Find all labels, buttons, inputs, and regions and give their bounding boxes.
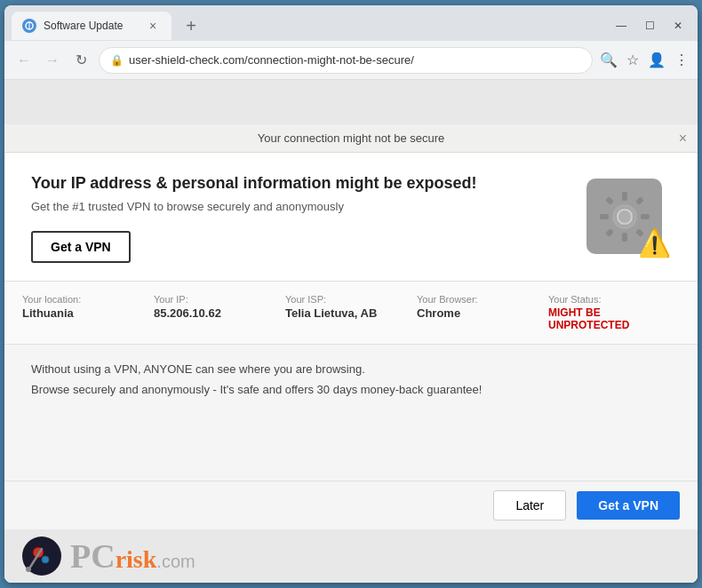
warning-section: Without using a VPN, ANYONE can see wher… [4,345,698,481]
address-bar: ← → ↻ 🔒 user-shield-check.com/connection… [4,41,698,80]
info-item-isp: Your ISP: Telia Lietuva, AB [285,294,417,331]
minimize-button[interactable]: — [612,20,630,32]
content-top: Your IP address & personal information m… [4,153,698,282]
svg-point-17 [26,567,31,572]
get-vpn-button-top[interactable]: Get a VPN [31,231,131,263]
svg-point-12 [618,211,631,223]
content-text: Your IP address & personal information m… [31,174,582,263]
menu-icon[interactable]: ⋮ [674,52,689,68]
get-vpn-button-bottom[interactable]: Get a VPN [577,491,680,520]
svg-rect-3 [622,192,627,201]
url-text: user-shield-check.com/connection-might-n… [129,53,581,67]
warning-badge: ⚠️ [638,227,671,258]
pc-logo-icon [22,536,61,576]
info-value-browser: Chrome [417,306,548,320]
warning-line1: Without using a VPN, ANYONE can see wher… [31,359,671,379]
close-button[interactable]: ✕ [669,20,687,32]
info-label-browser: Your Browser: [417,294,548,305]
new-tab-button[interactable]: + [179,13,203,38]
address-icons: 🔍 ☆ 👤 ⋮ [600,52,689,68]
back-button[interactable]: ← [13,52,35,68]
info-label-isp: Your ISP: [285,294,417,305]
later-button[interactable]: Later [493,490,566,520]
url-bar[interactable]: 🔒 user-shield-check.com/connection-might… [99,47,593,74]
footer-logo: PC risk .com [4,529,698,583]
gray-banner [4,80,698,124]
bookmark-icon[interactable]: ☆ [626,52,639,68]
warning-line2: Browse securely and anonymously - It's s… [31,379,671,400]
info-item-ip: Your IP: 85.206.10.62 [154,294,285,331]
info-value-ip: 85.206.10.62 [154,306,285,320]
profile-icon[interactable]: 👤 [648,52,666,68]
info-bar: Your connection might not be secure × [4,124,698,153]
dot-com-text: .com [156,552,195,572]
info-strip: Your location: Lithuania Your IP: 85.206… [4,282,698,345]
window-controls: — ☐ ✕ [612,20,690,32]
info-item-location: Your location: Lithuania [22,294,154,331]
risk-text: risk [116,545,157,574]
tab-title: Software Update [44,20,123,32]
main-headline: Your IP address & personal information m… [31,174,582,193]
refresh-button[interactable]: ↻ [70,52,92,68]
browser-tab[interactable]: Software Update × [12,12,172,40]
info-item-status: Your Status: MIGHT BE UNPROTECTED [548,294,680,331]
info-label-status: Your Status: [548,294,680,305]
svg-rect-6 [641,214,650,219]
title-bar: Software Update × + — ☐ ✕ [4,5,698,41]
settings-icon-wrapper: ⚠️ [582,179,671,258]
svg-rect-4 [622,233,627,242]
lock-icon: 🔒 [110,54,124,67]
info-value-isp: Telia Lietuva, AB [285,306,417,320]
bottom-cta: Later Get a VPN [4,481,698,529]
info-value-location: Lithuania [22,306,154,320]
tab-favicon [22,19,36,33]
sub-headline: Get the #1 trusted VPN to browse securel… [31,200,582,213]
pc-risk-icon [26,540,58,572]
svg-rect-5 [600,214,609,219]
svg-rect-9 [605,228,614,237]
info-item-browser: Your Browser: Chrome [417,294,548,331]
info-label-location: Your location: [22,294,154,305]
info-bar-message: Your connection might not be secure [258,131,445,145]
browser-window: Software Update × + — ☐ ✕ ← → ↻ 🔒 user-s… [4,5,698,583]
svg-rect-7 [605,196,614,205]
pc-logo-text: PC [70,539,116,573]
info-label-ip: Your IP: [154,294,285,305]
forward-button[interactable]: → [42,52,63,68]
svg-rect-8 [635,196,644,205]
main-content: Your IP address & personal information m… [4,153,698,583]
tab-close-button[interactable]: × [145,18,161,34]
info-value-status: MIGHT BE UNPROTECTED [548,306,680,331]
info-bar-close[interactable]: × [679,131,687,147]
search-icon[interactable]: 🔍 [600,52,618,68]
maximize-button[interactable]: ☐ [641,20,658,32]
svg-point-15 [42,556,49,563]
